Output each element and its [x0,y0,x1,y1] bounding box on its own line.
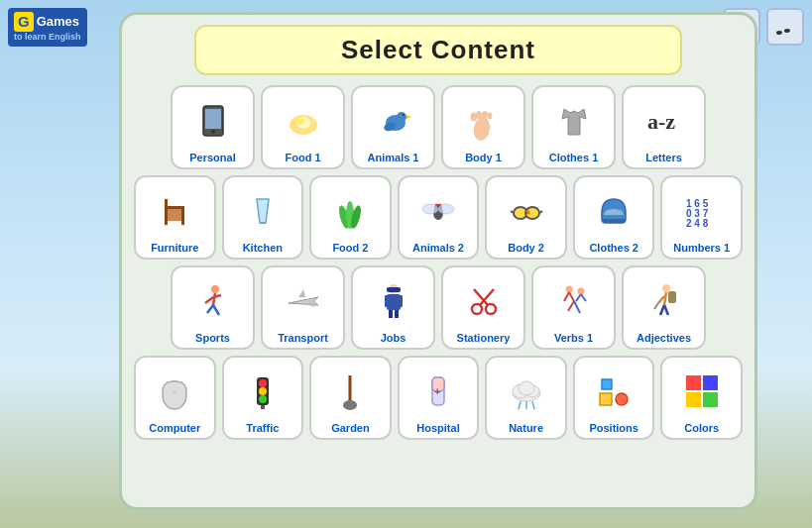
svg-point-68 [565,285,572,292]
svg-rect-26 [165,199,168,209]
content-item-clothes2[interactable]: Clothes 2 [573,175,655,260]
svg-line-79 [664,305,668,315]
svg-marker-27 [257,199,269,223]
svg-point-37 [438,204,454,214]
svg-point-11 [397,112,406,122]
logo-text: Games [37,14,79,30]
svg-line-50 [207,305,213,313]
content-item-numbers1[interactable]: 1 6 50 3 72 4 8Numbers 1 [660,175,743,260]
clothes1-label: Clothes 1 [549,152,599,163]
computer-icon [140,362,210,420]
content-item-kitchen[interactable]: Kitchen [222,175,304,260]
svg-line-77 [664,292,666,305]
svg-marker-12 [406,115,411,119]
positions-icon [579,362,649,420]
clothes2-label: Clothes 2 [589,242,638,254]
svg-line-102 [532,401,534,409]
content-item-personal[interactable]: Personal [171,85,255,169]
svg-point-88 [259,387,267,395]
svg-rect-4 [205,109,221,129]
svg-line-81 [654,303,658,309]
content-item-jobs[interactable]: Jobs [351,265,435,350]
content-item-transport[interactable]: Transport [261,265,345,350]
svg-text:a-z: a-z [647,109,675,134]
svg-point-64 [472,304,482,314]
page-title: Select Content [236,35,639,65]
svg-rect-63 [387,287,401,292]
content-item-computer[interactable]: Computer [134,356,216,440]
content-grid: PersonalFood 1Animals 1Body 1Clothes 1a-… [134,85,743,440]
furniture-icon [140,181,210,240]
content-item-stationery[interactable]: Stationery [441,265,525,350]
jobs-icon [357,271,429,330]
personal-icon [176,91,249,150]
traffic-icon [228,362,298,420]
food2-label: Food 2 [332,242,368,254]
content-item-animals2[interactable]: Animals 2 [398,175,480,260]
logo-sub: to learn English [14,32,81,43]
svg-line-74 [564,292,569,301]
content-item-food1[interactable]: Food 1 [261,85,345,169]
logo-g: G [14,12,34,32]
music-button[interactable] [766,8,804,46]
svg-rect-109 [703,392,718,407]
sports-icon [176,271,249,330]
svg-line-72 [568,301,574,311]
svg-point-76 [662,284,670,292]
svg-line-70 [569,292,574,301]
logo: G Games to learn English [8,8,87,47]
sports-label: Sports [195,332,230,344]
svg-rect-62 [395,310,399,318]
content-item-body2[interactable]: Body 2 [485,175,567,260]
svg-rect-59 [385,295,390,307]
nature-icon [491,362,561,420]
svg-line-49 [213,293,215,305]
content-item-furniture[interactable]: Furniture [134,175,216,260]
title-box: Select Content [194,25,681,75]
content-item-body1[interactable]: Body 1 [441,85,525,169]
letters-label: Letters [645,152,682,163]
content-row-3: ComputerTrafficGarden+HospitalNaturePosi… [134,356,743,440]
svg-line-80 [658,296,664,303]
food1-icon [267,91,339,150]
animals1-icon [357,91,429,150]
svg-point-48 [211,285,219,293]
food2-icon [315,181,386,240]
garden-label: Garden [331,422,370,434]
food1-label: Food 1 [285,152,320,163]
transport-icon [267,271,339,330]
content-item-verbs1[interactable]: Verbs 1 [531,265,616,350]
body1-label: Body 1 [465,152,502,163]
hospital-label: Hospital [416,422,459,434]
svg-line-51 [213,305,219,315]
content-item-colors[interactable]: Colors [660,356,743,440]
animals2-label: Animals 2 [412,242,464,254]
stationery-label: Stationery [457,332,511,344]
svg-rect-44 [602,219,626,223]
svg-point-104 [616,393,628,405]
content-item-garden[interactable]: Garden [309,356,392,440]
content-item-nature[interactable]: Nature [485,356,567,440]
content-item-food2[interactable]: Food 2 [309,175,392,260]
content-item-hospital[interactable]: +Hospital [398,356,480,440]
content-item-sports[interactable]: Sports [171,265,255,350]
svg-line-52 [205,297,213,303]
content-item-letters[interactable]: a-zLetters [622,85,706,169]
content-item-adjectives[interactable]: Adjectives [622,265,706,350]
content-item-animals1[interactable]: Animals 1 [351,85,435,169]
svg-text:2 4 8: 2 4 8 [686,218,709,229]
svg-point-69 [577,287,584,294]
colors-icon [666,362,737,420]
body1-icon [447,91,520,150]
content-item-traffic[interactable]: Traffic [222,356,304,440]
svg-point-89 [259,395,267,403]
letters-icon: a-z [628,91,700,150]
content-item-clothes1[interactable]: Clothes 1 [531,85,616,169]
svg-rect-60 [398,295,403,307]
svg-line-71 [576,294,581,301]
content-item-positions[interactable]: Positions [573,356,655,440]
music-icon [774,16,796,38]
jobs-label: Jobs [381,332,406,344]
svg-line-100 [519,401,521,409]
svg-rect-106 [686,375,701,390]
